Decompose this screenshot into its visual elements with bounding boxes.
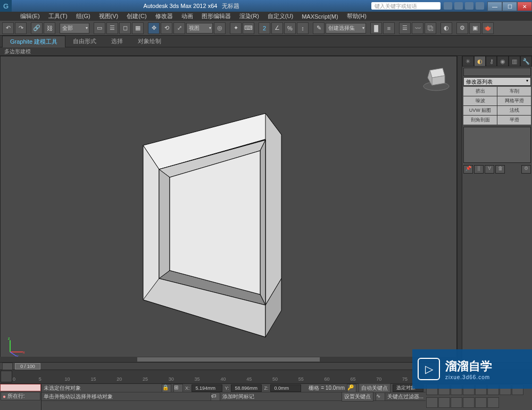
menu-edit[interactable]: 编辑(E) [16,12,44,20]
pin-stack-button[interactable]: 📌 [463,165,473,174]
mod-uvwmap[interactable]: UVW 贴图 [463,106,497,115]
app-icon[interactable]: G [0,0,12,12]
named-selection-dropdown[interactable]: 创建选择集 [326,23,366,34]
pivot-center-button[interactable]: ◎ [214,22,226,34]
configure-sets-button[interactable]: ⚙ [521,165,531,174]
schematic-view-button[interactable]: ⿻ [425,22,436,34]
select-by-name-button[interactable]: ☰ [106,22,118,34]
curve-editor-button[interactable]: 〰 [412,22,423,34]
x-coord-field[interactable]: 5.194mm [192,384,222,392]
menu-create[interactable]: 创建(C) [122,12,151,20]
select-move-button[interactable]: ✥ [148,22,160,34]
snap-2d-button[interactable]: 2 [259,22,270,34]
make-unique-button[interactable]: ∀ [485,165,494,174]
abs-transform-button[interactable]: ⊞ [173,384,183,392]
menu-group[interactable]: 组(G) [72,12,95,20]
comm-center-icon[interactable] [454,2,463,10]
script-output-line[interactable]: ● 所在行: [1,392,40,400]
undo-button[interactable]: ↶ [2,22,14,34]
show-end-result-button[interactable]: || [474,165,484,174]
select-object-button[interactable]: ▭ [94,22,105,34]
ribbon-item-freeform[interactable]: 自由形式 [65,37,104,45]
mod-bevel[interactable]: 剖角剖面 [463,116,497,125]
nav-orbit-button[interactable] [438,397,450,408]
help-icon[interactable] [476,2,484,10]
modifier-list-dropdown[interactable]: 修改器列表 [463,77,531,86]
cmd-tab-hierarchy[interactable]: ⚷ [486,56,497,67]
nav-maximize-button[interactable] [451,397,462,408]
rendered-frame-button[interactable]: ▣ [469,22,481,34]
add-time-tag-button[interactable]: 🏷 [211,392,220,401]
z-coord-field[interactable]: 0.0mm [270,384,301,392]
nav-fov-button[interactable] [426,397,438,408]
time-slider-handle[interactable]: 0 / 100 [15,363,40,370]
menu-rendering[interactable]: 渲染(R) [235,12,263,20]
menu-animation[interactable]: 动画 [177,12,197,20]
time-config-button[interactable] [2,363,13,370]
mod-normal[interactable]: 法线 [497,106,531,115]
menu-views[interactable]: 视图(V) [95,12,123,20]
menu-tools[interactable]: 工具(T) [44,12,72,20]
close-button[interactable]: ✕ [517,2,532,11]
setkey-button[interactable]: 设置关键点 [342,392,373,401]
render-setup-button[interactable]: ⚙ [456,22,468,34]
y-coord-field[interactable]: 58.896mm [231,384,262,392]
menu-grapheditors[interactable]: 图形编辑器 [197,12,235,20]
menu-customize[interactable]: 自定义(U) [263,12,297,20]
nav-extra3-button[interactable] [487,397,499,408]
ribbon-panel-polymodel[interactable]: 多边形建模 [0,47,532,56]
selection-filter-dropdown[interactable]: 全部 [60,23,89,34]
cmd-tab-utilities[interactable]: 🔧 [520,56,532,67]
help-search-input[interactable]: 键入关键字或短语 [371,2,440,10]
select-rotate-button[interactable]: ⟲ [161,22,172,34]
cmd-tab-create[interactable]: ✳ [462,56,474,67]
keyboard-shortcut-button[interactable]: ⌨ [243,22,254,34]
nav-extra2-button[interactable] [475,397,487,408]
layer-manager-button[interactable]: ☰ [399,22,411,34]
viewcube[interactable] [420,61,452,93]
object-name-field[interactable] [463,68,531,76]
redo-button[interactable]: ↷ [15,22,27,34]
remove-modifier-button[interactable]: 🗑 [495,165,505,174]
script-mini-listener[interactable] [0,384,41,391]
mod-lathe[interactable]: 车削 [497,87,531,96]
menu-maxscript[interactable]: MAXScript(M) [297,13,342,20]
ribbon-tab-graphite[interactable]: Graphite 建模工具 [2,36,65,47]
cmd-tab-modify[interactable]: ◐ [474,56,486,67]
material-editor-button[interactable]: ◐ [440,22,452,34]
mod-extrude[interactable]: 挤出 [463,87,497,96]
key-mode-button[interactable]: ∿ [376,392,385,401]
viewport-scrollbar[interactable] [457,56,462,362]
select-rect-button[interactable]: ◻ [119,22,131,34]
search-icon[interactable] [444,2,452,10]
mod-smooth[interactable]: 平滑 [497,116,531,125]
snap-angle-button[interactable]: ∠ [271,22,283,34]
lock-selection-button[interactable]: 🔒 [162,384,171,392]
minimize-button[interactable]: — [487,2,502,11]
mirror-button[interactable]: ▐▌ [370,22,382,34]
cmd-tab-motion[interactable]: ◉ [497,56,509,67]
cmd-tab-display[interactable]: ▥ [509,56,520,67]
window-crossing-button[interactable]: ▦ [132,22,144,34]
mod-noise[interactable]: 噪波 [463,96,497,105]
mod-meshsmooth[interactable]: 网格平滑 [497,96,531,105]
menu-modifiers[interactable]: 修改器 [151,12,177,20]
snap-percent-button[interactable]: % [284,22,296,34]
ref-coord-dropdown[interactable]: 视图 [186,23,213,34]
menu-help[interactable]: 帮助(H) [343,12,371,20]
timeline-expand-button[interactable] [1,371,12,382]
align-button[interactable]: ≡ [383,22,395,34]
manipulate-button[interactable]: ✦ [230,22,242,34]
spinner-snap-button[interactable]: ↕ [297,22,309,34]
select-scale-button[interactable]: ⤢ [173,22,185,34]
edit-selection-set-button[interactable]: ✎ [313,22,325,34]
nav-extra1-button[interactable] [463,397,475,408]
add-marker-label[interactable]: 添加时间标记 [222,393,254,400]
viewport-perspective[interactable]: z x y [0,56,457,362]
render-production-button[interactable]: 🫖 [482,22,494,34]
key-filters-button[interactable]: 关键点过滤器... [387,393,423,400]
link-button[interactable]: 🔗 [31,22,43,34]
modifier-stack[interactable] [463,127,531,163]
maximize-button[interactable]: ☐ [502,2,517,11]
unlink-button[interactable]: ⛓ [44,22,55,34]
